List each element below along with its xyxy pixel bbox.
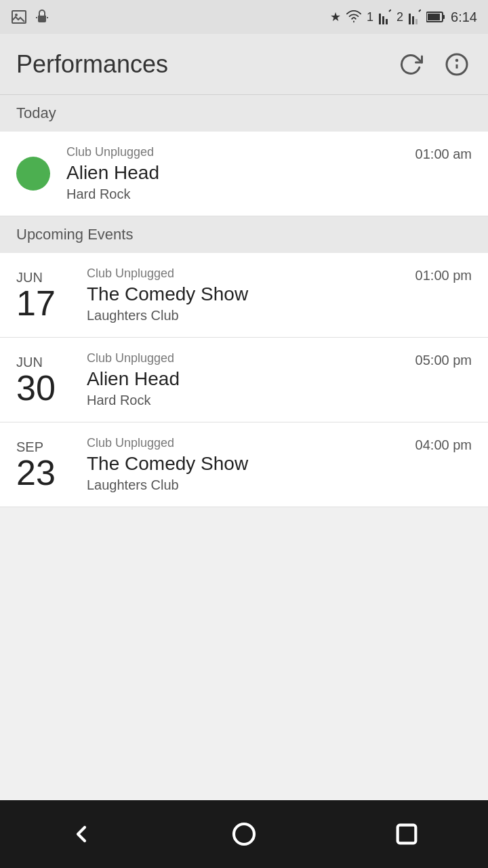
upcoming-event-info-2: Club Unplugged Alien Head Hard Rock	[87, 351, 415, 408]
svg-rect-9	[409, 14, 411, 24]
today-event-venue: Club Unplugged	[66, 145, 415, 159]
today-event-time: 01:00 am	[415, 145, 472, 162]
app-bar-actions	[396, 50, 472, 79]
android-icon	[34, 9, 50, 25]
status-bar: ★ 1 2 6:14	[0, 0, 488, 34]
upcoming-event-item-3[interactable]: SEP 23 Club Unplugged The Comedy Show La…	[0, 422, 488, 507]
signal1-icon	[379, 9, 391, 24]
date-block-3: SEP 23	[16, 439, 70, 490]
upcoming-event-genre-2: Hard Rock	[87, 393, 415, 408]
date-day-1: 17	[16, 285, 56, 321]
info-button[interactable]	[442, 50, 472, 79]
today-section-header: Today	[0, 95, 488, 132]
battery-icon	[426, 11, 445, 23]
svg-point-1	[15, 14, 18, 16]
date-block-1: JUN 17	[16, 270, 70, 321]
upcoming-event-name-1: The Comedy Show	[87, 283, 415, 305]
svg-point-18	[234, 824, 254, 844]
upcoming-event-genre-1: Laughters Club	[87, 308, 415, 323]
today-event-item[interactable]: Club Unplugged Alien Head Hard Rock 01:0…	[0, 132, 488, 216]
date-day-2: 30	[16, 370, 56, 406]
date-day-3: 23	[16, 455, 56, 490]
upcoming-event-info-3: Club Unplugged The Comedy Show Laughters…	[87, 436, 415, 493]
upcoming-event-venue-1: Club Unplugged	[87, 267, 415, 281]
today-event-info: Club Unplugged Alien Head Hard Rock	[66, 145, 415, 202]
signal1-text: 1	[367, 10, 373, 24]
page-title: Performances	[16, 50, 168, 79]
upcoming-event-name-2: Alien Head	[87, 368, 415, 390]
upcoming-event-venue-3: Club Unplugged	[87, 436, 415, 450]
refresh-button[interactable]	[396, 50, 426, 79]
upcoming-event-info-1: Club Unplugged The Comedy Show Laughters…	[87, 267, 415, 323]
upcoming-event-time-2: 05:00 pm	[415, 351, 472, 368]
upcoming-event-name-3: The Comedy Show	[87, 453, 415, 475]
svg-rect-19	[398, 825, 416, 844]
svg-rect-14	[443, 15, 445, 19]
refresh-icon	[399, 52, 423, 77]
today-event-name: Alien Head	[66, 162, 415, 184]
status-bar-right: ★ 1 2 6:14	[330, 9, 477, 25]
back-button[interactable]	[61, 814, 102, 854]
info-icon	[445, 52, 469, 77]
live-indicator	[16, 157, 50, 191]
recents-icon	[393, 821, 420, 848]
svg-point-3	[43, 13, 44, 14]
svg-rect-7	[382, 16, 384, 24]
bottom-nav	[0, 800, 488, 868]
status-time: 6:14	[451, 9, 477, 25]
upcoming-event-time-3: 04:00 pm	[415, 436, 472, 453]
upcoming-event-genre-3: Laughters Club	[87, 477, 415, 493]
svg-rect-8	[386, 19, 388, 24]
signal2-text: 2	[396, 10, 403, 24]
upcoming-event-item-2[interactable]: JUN 30 Club Unplugged Alien Head Hard Ro…	[0, 338, 488, 422]
upcoming-section-header: Upcoming Events	[0, 216, 488, 253]
home-icon	[230, 821, 258, 848]
home-button[interactable]	[224, 814, 264, 854]
back-icon	[68, 821, 95, 848]
svg-rect-6	[379, 14, 381, 24]
signal2-icon	[409, 9, 421, 24]
upcoming-event-time-1: 01:00 pm	[415, 267, 472, 283]
content-spacer	[0, 507, 488, 800]
svg-point-2	[40, 13, 41, 14]
recents-button[interactable]	[386, 814, 427, 854]
svg-rect-13	[428, 14, 440, 20]
today-event-genre: Hard Rock	[66, 186, 415, 202]
photo-icon	[11, 9, 27, 25]
status-bar-left	[11, 9, 50, 25]
app-bar: Performances	[0, 34, 488, 95]
svg-rect-10	[412, 16, 414, 24]
wifi-icon	[346, 9, 361, 24]
svg-rect-11	[415, 19, 418, 24]
date-block-2: JUN 30	[16, 355, 70, 406]
star-icon: ★	[330, 9, 341, 24]
upcoming-event-item-1[interactable]: JUN 17 Club Unplugged The Comedy Show La…	[0, 253, 488, 338]
upcoming-event-venue-2: Club Unplugged	[87, 351, 415, 366]
